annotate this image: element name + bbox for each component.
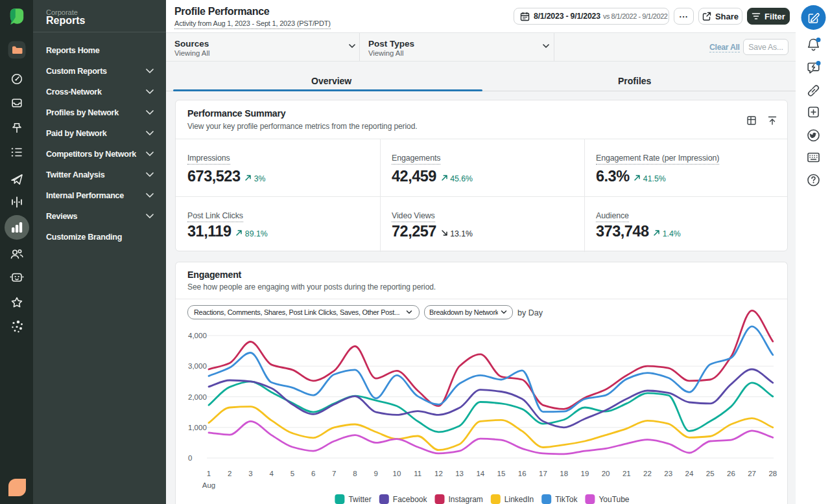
svg-text:10: 10: [393, 470, 401, 477]
svg-text:3: 3: [248, 470, 252, 477]
svg-text:6: 6: [311, 470, 315, 477]
svg-text:LinkedIn: LinkedIn: [504, 495, 534, 504]
svg-text:2,000: 2,000: [188, 393, 207, 401]
svg-text:23: 23: [664, 470, 672, 477]
svg-text:26: 26: [727, 470, 735, 477]
svg-text:9: 9: [374, 470, 377, 477]
svg-text:8: 8: [353, 470, 357, 477]
svg-text:Twitter: Twitter: [348, 495, 371, 504]
svg-text:13: 13: [455, 470, 464, 477]
svg-text:4,000: 4,000: [188, 332, 207, 339]
svg-text:Instagram: Instagram: [449, 495, 483, 504]
svg-text:2: 2: [228, 470, 231, 477]
svg-text:17: 17: [539, 470, 547, 477]
svg-text:18: 18: [560, 470, 568, 477]
svg-text:14: 14: [476, 470, 484, 477]
svg-text:28: 28: [768, 470, 777, 477]
svg-text:19: 19: [581, 470, 589, 477]
svg-text:15: 15: [497, 470, 506, 477]
svg-text:1,000: 1,000: [188, 424, 207, 431]
svg-text:11: 11: [414, 470, 421, 477]
svg-text:0: 0: [188, 454, 192, 462]
svg-text:4: 4: [269, 470, 274, 477]
svg-text:TikTok: TikTok: [555, 495, 578, 504]
svg-text:12: 12: [434, 470, 443, 477]
svg-text:22: 22: [643, 470, 652, 477]
svg-text:16: 16: [518, 470, 527, 477]
svg-text:1: 1: [207, 470, 211, 477]
svg-text:21: 21: [622, 470, 631, 477]
svg-text:7: 7: [332, 470, 336, 477]
svg-text:5: 5: [290, 470, 294, 477]
svg-text:Facebook: Facebook: [393, 495, 428, 504]
svg-text:YouTube: YouTube: [599, 495, 629, 504]
svg-text:Aug: Aug: [202, 481, 215, 489]
svg-text:3,000: 3,000: [188, 362, 207, 370]
svg-text:25: 25: [706, 470, 715, 477]
svg-text:24: 24: [685, 470, 694, 477]
svg-text:27: 27: [748, 470, 756, 477]
svg-text:20: 20: [602, 470, 610, 477]
